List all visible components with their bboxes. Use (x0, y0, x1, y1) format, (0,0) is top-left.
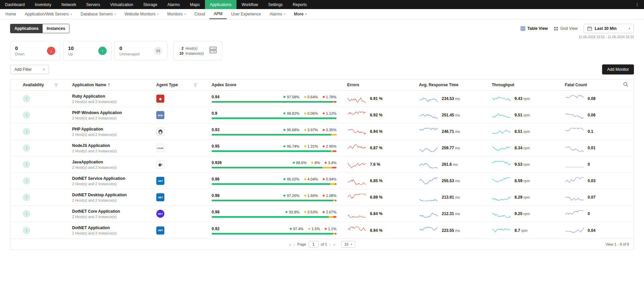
apdex-legend: 95.74% 1.31% 2.95% (283, 144, 336, 148)
hosts-stat-card[interactable]: 2Host(s) 10Instance(s) (173, 41, 222, 60)
tab-cloud[interactable]: Cloud (190, 9, 209, 19)
apdex-red-pct: 1.08% (326, 194, 336, 198)
nav-item-network[interactable]: Network (56, 0, 81, 9)
ruby-agent-icon: ◆ (156, 95, 164, 103)
grid-view-button[interactable]: Grid View (554, 26, 578, 31)
apdex-yellow-dot (308, 228, 310, 230)
down-count: 0 (15, 45, 24, 51)
apdex-yellow-dot (304, 129, 306, 131)
unmanaged-stat-card[interactable]: 0 Unmanaged (114, 41, 167, 60)
first-page-button[interactable]: « (289, 242, 291, 247)
nav-item-storage[interactable]: Storage (138, 0, 162, 9)
nav-item-settings[interactable]: Settings (263, 0, 287, 9)
tab-application-web-servers[interactable]: Application/Web Servers▾ (20, 9, 76, 19)
throughput-sparkline (492, 160, 511, 169)
table-row[interactable]: ↑ PHP Windows Application 2 Host(s) and … (10, 107, 634, 123)
table-view-button[interactable]: Table View (521, 26, 548, 31)
apdex-green-pct: 93.8% (289, 210, 299, 214)
throughput-sparkline (492, 111, 511, 120)
application-name-link[interactable]: JavaApplication (72, 160, 103, 164)
tab-database-servers[interactable]: Database Servers▾ (76, 9, 120, 19)
apdex-yellow-pct: 0.06% (308, 111, 318, 115)
apdex-score: 0.95 (212, 144, 219, 149)
response-time-value: 259.77ms (442, 146, 460, 150)
col-errors[interactable]: Errors (347, 83, 359, 87)
add-filter-dropdown[interactable]: Add Filter ▾ (10, 65, 49, 74)
tab-user-experience[interactable]: User Experience (227, 9, 265, 19)
table-row[interactable]: ↑ Ruby Application 2 Host(s) and 2 Insta… (10, 91, 634, 107)
instances-toggle-button[interactable]: Instances (43, 24, 69, 33)
add-monitor-button[interactable]: Add Monitor (602, 64, 634, 74)
table-row[interactable]: ↑ PHP Application 2 Host(s) and 2 Instan… (10, 123, 634, 140)
table-row[interactable]: ↑ JavaApplication 2 Host(s) and 2 Instan… (10, 156, 634, 173)
nav-item-workflow[interactable]: Workflow (236, 0, 263, 9)
application-name-link[interactable]: DotNET Desktop Application (72, 193, 127, 197)
errors-sparkline (347, 94, 367, 103)
application-name-link[interactable]: DotNET Core Application (72, 209, 120, 214)
tab-alarms[interactable]: Alarms▾ (265, 9, 289, 19)
page-number-input[interactable] (309, 241, 319, 248)
table-row[interactable]: ↑ NodeJS Application 2 Host(s) and 2 Ins… (10, 140, 634, 156)
prev-page-button[interactable]: ‹ (293, 242, 295, 247)
time-range-picker[interactable]: Last 30 Min ▾ (584, 24, 634, 33)
nav-item-applications[interactable]: Applications (205, 0, 237, 9)
col-avg-response-time[interactable]: Avg. Response Time (419, 83, 458, 87)
table-row[interactable]: ↑ DotNET Desktop Application 2 Host(s) a… (10, 189, 634, 206)
col-fatal-count[interactable]: Fatal Count (565, 83, 587, 87)
nav-item-inventory[interactable]: Inventory (30, 0, 56, 9)
nav-item-dashboard[interactable]: Dashboard (0, 0, 30, 9)
search-icon[interactable] (623, 82, 628, 88)
col-agent-type[interactable]: Agent Type (156, 83, 178, 87)
throughput-value: 8.34rpm (515, 146, 530, 150)
nav-item-reports[interactable]: Reports (288, 0, 312, 9)
nav-item-alarms[interactable]: Alarms (162, 0, 185, 9)
applications-toggle-button[interactable]: Applications (10, 24, 43, 33)
table-row[interactable]: ↑ DotNET Application 2 Host(s) and 2 Ins… (10, 222, 634, 239)
apdex-yellow-dot (304, 211, 306, 213)
col-throughput[interactable]: Throughput (492, 83, 514, 87)
nav-item-virtualization[interactable]: Virtualization (105, 0, 138, 9)
kebab-menu-icon[interactable]: ⋮ (630, 0, 644, 9)
filter-funnel-icon[interactable] (194, 83, 197, 87)
up-stat-card[interactable]: 10 Up ↑ (63, 41, 112, 60)
dotnet-agent-icon: .NET (156, 193, 164, 201)
tab-monitors[interactable]: Monitors▾ (163, 9, 190, 19)
application-name-link[interactable]: NodeJS Application (72, 143, 110, 148)
sort-icon[interactable] (108, 83, 110, 87)
down-stat-card[interactable]: 0 Down ↓ (10, 41, 60, 60)
next-page-button[interactable]: › (329, 242, 331, 247)
table-row[interactable]: ↑ DotNET Core Application 2 Host(s) and … (10, 206, 634, 222)
tab-home[interactable]: Home (1, 9, 20, 19)
application-subtitle: 2 Host(s) and 2 Instance(s) (72, 215, 117, 219)
col-application-name[interactable]: Application Name (72, 83, 106, 87)
errors-sparkline (347, 144, 367, 153)
col-apdex-score[interactable]: Apdex Score (212, 83, 236, 87)
application-name-link[interactable]: DotNET Application (72, 225, 110, 230)
nav-item-maps[interactable]: Maps (185, 0, 205, 9)
fatal-count-sparkline (565, 209, 584, 218)
filter-funnel-icon[interactable] (54, 83, 58, 87)
apdex-bar (212, 134, 336, 136)
tab-website-monitors[interactable]: Website Monitors▾ (120, 9, 163, 19)
apdex-yellow-pct: 3.53% (308, 210, 318, 214)
col-availability[interactable]: Availability (23, 83, 44, 87)
tab-more[interactable]: More▾ (289, 9, 311, 19)
application-name-link[interactable]: DotNET Service Application (72, 176, 125, 181)
last-page-button[interactable]: » (333, 242, 335, 247)
application-name-link[interactable]: PHP Application (72, 127, 103, 132)
throughput-value: 8.51rpm (515, 129, 530, 134)
filter-row: Add Filter ▾ Add Monitor (0, 60, 644, 74)
page-size-select[interactable]: 10 ▾ (341, 241, 355, 248)
apdex-green-dot (283, 145, 285, 147)
nav-item-servers[interactable]: Servers (81, 0, 105, 9)
tab-apm[interactable]: APM (209, 9, 227, 19)
response-time-sparkline (419, 193, 438, 202)
application-name-link[interactable]: PHP Windows Application (72, 110, 122, 115)
apdex-green-dot (293, 162, 295, 164)
errors-sparkline (347, 176, 367, 186)
table-row[interactable]: ↑ DotNET Service Application 2 Host(s) a… (10, 173, 634, 189)
apdex-green-pct: 95.68% (287, 128, 299, 132)
application-name-link[interactable]: Ruby Application (72, 94, 105, 99)
application-subtitle: 2 Host(s) and 2 Instance(s) (72, 165, 117, 169)
apdex-red-pct: 1.12% (326, 111, 336, 115)
